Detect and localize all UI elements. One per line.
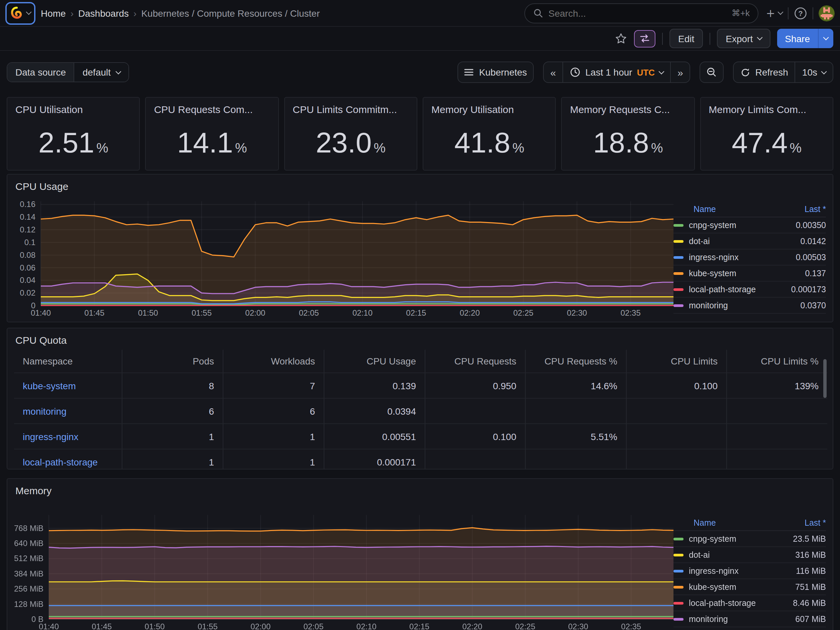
switch-old-dashboards-button[interactable] [634, 30, 655, 47]
legend-row: monitoring607 MiB [673, 611, 826, 627]
cpu-quota-table: NamespacePodsWorkloadsCPU UsageCPU Reque… [14, 350, 826, 469]
series-color-swatch[interactable] [673, 617, 684, 620]
svg-text:01:55: 01:55 [197, 622, 218, 630]
quota-cell: 8 [122, 373, 223, 398]
legend-series-value: 23.5 MiB [793, 534, 826, 543]
favorite-star-button[interactable] [614, 32, 627, 45]
namespace-cell: local-path-storage [14, 449, 122, 469]
svg-text:02:35: 02:35 [621, 308, 641, 317]
datasource-picker[interactable]: Data source default [7, 62, 129, 82]
svg-text:02:10: 02:10 [352, 308, 373, 317]
legend-name-header[interactable]: Name [693, 204, 716, 214]
series-color-swatch[interactable] [673, 240, 684, 242]
svg-text:01:55: 01:55 [192, 308, 212, 317]
time-shift-forward-button[interactable]: » [670, 62, 690, 82]
legend-series-name[interactable]: ingress-nginx [689, 253, 791, 262]
legend-name-header[interactable]: Name [693, 518, 716, 527]
series-color-swatch[interactable] [673, 586, 684, 588]
stat-unit: % [96, 129, 108, 155]
stat-unit: % [374, 129, 386, 155]
zoom-out-icon [707, 67, 717, 77]
add-button[interactable]: ＋ [764, 4, 783, 22]
namespace-link[interactable]: ingress-nginx [23, 431, 79, 442]
legend-last-header[interactable]: Last * [805, 518, 826, 527]
chevron-down-icon [757, 35, 763, 41]
edit-button[interactable]: Edit [669, 29, 703, 48]
time-shift-back-button[interactable]: « [544, 62, 563, 82]
series-color-swatch[interactable] [673, 272, 684, 275]
series-color-swatch[interactable] [673, 304, 684, 306]
search-icon [533, 8, 543, 18]
quota-column-header[interactable]: Workloads [223, 350, 324, 373]
legend-row: cnpg-system0.00350 [673, 217, 826, 234]
svg-text:384 MiB: 384 MiB [14, 569, 43, 578]
search-field[interactable] [548, 8, 726, 18]
breadcrumb-home[interactable]: Home [41, 8, 66, 18]
datasource-value[interactable]: default [74, 63, 128, 82]
stat-panel-title: CPU Requests Com... [146, 98, 278, 115]
user-avatar[interactable] [819, 5, 835, 21]
legend-last-header[interactable]: Last * [805, 204, 826, 214]
series-color-swatch[interactable] [673, 288, 684, 291]
legend-series-name[interactable]: cnpg-system [689, 534, 788, 543]
legend-series-name[interactable]: local-path-storage [689, 598, 788, 608]
grafana-logo-button[interactable] [5, 2, 35, 24]
table-scrollbar[interactable] [823, 359, 827, 398]
help-button[interactable]: ? [794, 6, 807, 20]
kubernetes-links-button[interactable]: Kubernetes [458, 62, 534, 83]
series-color-swatch[interactable] [673, 537, 684, 540]
series-color-swatch[interactable] [673, 570, 684, 572]
breadcrumb-dashboards[interactable]: Dashboards [78, 8, 129, 18]
legend-series-name[interactable]: monitoring [689, 301, 795, 310]
svg-text:01:40: 01:40 [39, 622, 59, 630]
quota-cell: 7 [223, 373, 324, 398]
series-color-swatch[interactable] [673, 602, 684, 604]
quota-column-header[interactable]: CPU Requests % [526, 350, 627, 373]
svg-text:0.06: 0.06 [20, 263, 35, 272]
series-color-swatch[interactable] [673, 256, 684, 259]
cpu-usage-chart[interactable]: 00.020.040.060.080.10.120.140.1601:4001:… [10, 194, 679, 319]
legend-series-name[interactable]: local-path-storage [689, 284, 786, 294]
share-split-button[interactable]: Share [777, 29, 833, 48]
legend-series-name[interactable]: kube-system [689, 268, 799, 278]
quota-column-header[interactable]: CPU Limits [627, 350, 727, 373]
series-color-swatch[interactable] [673, 224, 684, 226]
svg-text:02:25: 02:25 [513, 308, 534, 317]
quota-cell: 0.000171 [324, 449, 425, 469]
legend-series-name[interactable]: cnpg-system [689, 220, 791, 230]
namespace-link[interactable]: kube-system [23, 380, 76, 391]
search-input[interactable]: ⌘+k [524, 3, 758, 23]
refresh-interval-picker[interactable]: 10s [795, 62, 833, 82]
quota-column-header[interactable]: CPU Limits % [727, 350, 827, 373]
legend-series-name[interactable]: kube-system [689, 582, 790, 592]
quota-column-header[interactable]: Namespace [14, 350, 122, 373]
legend-row: kube-system0.137 [673, 265, 826, 281]
quota-column-header[interactable]: CPU Requests [425, 350, 526, 373]
zoom-out-button[interactable] [700, 62, 724, 83]
quota-cell: 139% [727, 373, 827, 398]
series-color-swatch[interactable] [673, 553, 684, 556]
stat-number: 18.8 [593, 126, 649, 159]
export-button[interactable]: Export [717, 29, 770, 48]
legend-series-name[interactable]: dot-ai [689, 237, 795, 246]
namespace-link[interactable]: local-path-storage [23, 456, 98, 467]
legend-body: cnpg-system0.00350dot-ai0.0142ingress-ng… [673, 217, 826, 314]
legend-series-name[interactable]: ingress-nginx [689, 566, 791, 575]
svg-text:02:25: 02:25 [515, 622, 535, 630]
time-range-picker[interactable]: Last 1 hour UTC [563, 62, 671, 82]
quota-cell: 1 [122, 423, 223, 449]
stat-panel-title: CPU Limits Commitm... [284, 98, 417, 115]
cpu-usage-legend: Name Last * cnpg-system0.00350dot-ai0.01… [673, 201, 826, 314]
quota-cell: 0.100 [627, 373, 727, 398]
legend-series-name[interactable]: dot-ai [689, 550, 790, 559]
quota-column-header[interactable]: Pods [122, 350, 223, 373]
quota-column-header[interactable]: CPU Usage [324, 350, 425, 373]
namespace-link[interactable]: monitoring [23, 406, 66, 416]
legend-series-name[interactable]: monitoring [689, 614, 790, 624]
refresh-button[interactable]: Refresh [734, 62, 795, 82]
svg-text:02:20: 02:20 [462, 622, 482, 630]
share-menu-button[interactable] [818, 29, 833, 48]
share-button[interactable]: Share [777, 29, 818, 48]
avatar-image [819, 5, 835, 21]
memory-chart[interactable]: 0 B128 MiB256 MiB384 MiB512 MiB640 MiB76… [10, 508, 679, 630]
